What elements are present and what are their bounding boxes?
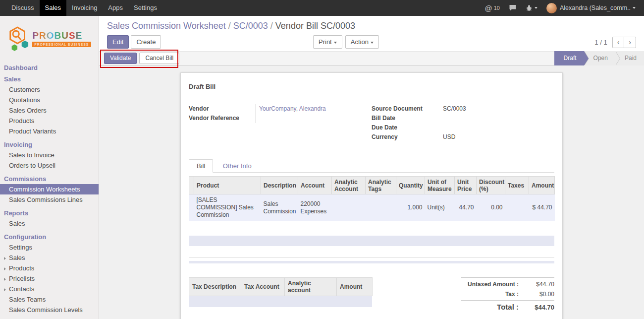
sidebar-heading-dashboard[interactable]: Dashboard <box>0 63 99 73</box>
sidebar-item-products[interactable]: Products <box>0 116 99 126</box>
due-date-value <box>443 123 554 132</box>
print-dropdown[interactable]: Print <box>313 35 342 49</box>
sidebar-item-sales-orders[interactable]: Sales Orders <box>0 105 99 116</box>
sidebar-item-contacts[interactable]: Contacts <box>0 284 99 294</box>
bill-line-row[interactable]: [SALES COMMISSION] Sales Commission Sale… <box>189 194 555 221</box>
cell-analytic-account <box>332 194 366 221</box>
sidebar-item-reports-sales[interactable]: Sales <box>0 218 99 229</box>
section-divider <box>189 257 554 258</box>
pager: 1 / 1 ‹ › <box>594 37 636 48</box>
sidebar-item-label: Products <box>9 264 34 272</box>
sidebar-heading-commissions[interactable]: Commissions <box>0 174 99 184</box>
action-dropdown[interactable]: Action <box>345 35 379 49</box>
sidebar-item-orders-to-upsell[interactable]: Orders to Upsell <box>0 160 99 171</box>
field-group: Vendor YourCompany, Alexandra Vendor Ref… <box>189 104 554 142</box>
bug-icon <box>526 4 533 11</box>
sidebar-item-customers[interactable]: Customers <box>0 84 99 95</box>
breadcrumb-sc0003-link[interactable]: SC/0003 <box>233 21 268 31</box>
menu-discuss[interactable]: Discuss <box>6 0 40 16</box>
breadcrumb-separator: / <box>268 21 275 31</box>
col-header-tax-description: Tax Description <box>189 278 241 296</box>
vendor-value-link[interactable]: YourCompany, Alexandra <box>255 104 372 114</box>
activity-menu-button[interactable]: @ 10 <box>480 0 504 16</box>
field-currency: Currency USD <box>372 132 554 142</box>
bill-form-sheet: Draft Bill Vendor YourCompany, Alexandra… <box>180 72 563 319</box>
tab-other-info[interactable]: Other Info <box>215 160 259 172</box>
sidebar-item-label: Pricelists <box>9 275 35 282</box>
pager-next-button[interactable]: › <box>624 37 636 48</box>
tax-section: Tax Description Tax Account Analytic acc… <box>189 277 373 313</box>
print-label: Print <box>319 38 332 46</box>
sidebar-heading-invoicing[interactable]: Invoicing <box>0 139 99 150</box>
menu-apps[interactable]: Apps <box>103 0 128 16</box>
cell-analytic-tags <box>366 194 396 221</box>
vendor-label: Vendor <box>189 104 255 114</box>
cell-account: 220000 Expenses <box>298 194 332 221</box>
edit-button[interactable]: Edit <box>107 35 129 49</box>
tab-bill[interactable]: Bill <box>189 159 213 173</box>
status-draft[interactable]: Draft <box>554 51 584 65</box>
sidebar-item-pricelists[interactable]: Pricelists <box>0 273 99 284</box>
probuse-logo: PROBUSE PROFESSIONAL BUSINESS <box>0 16 99 62</box>
tax-value: $0.00 <box>524 289 554 299</box>
tax-header-row: Tax Description Tax Account Analytic acc… <box>189 278 373 296</box>
activity-at-icon: @ <box>484 4 492 12</box>
brand-name: PROBUSE <box>32 30 91 41</box>
debug-menu-button[interactable] <box>521 0 542 16</box>
sidebar-item-sales-to-invoice[interactable]: Sales to Invoice <box>0 150 99 160</box>
create-button[interactable]: Create <box>131 35 161 49</box>
menu-settings[interactable]: Settings <box>128 0 162 16</box>
totals-block: Untaxed Amount : $44.70 Tax : $0.00 Tota… <box>461 277 554 313</box>
sidebar-item-sales-commission-levels[interactable]: Sales Commission Levels <box>0 305 99 315</box>
empty-tax-row <box>189 296 372 307</box>
currency-value: USD <box>443 132 554 142</box>
total-label: Total : <box>461 302 524 312</box>
pager-buttons: ‹ › <box>612 37 636 48</box>
empty-line-strip <box>189 261 554 263</box>
untaxed-amount-row: Untaxed Amount : $44.70 <box>461 279 554 289</box>
form-statusbar: Validate Cancel Bill Draft Open Paid <box>99 51 644 65</box>
col-header-quantity: Quantity <box>396 177 425 194</box>
sidebar-item-quotations[interactable]: Quotations <box>0 95 99 105</box>
sidebar-item-sales-commissions-lines[interactable]: Sales Commissions Lines <box>0 194 99 205</box>
sidebar-item-product-variants[interactable]: Product Variants <box>0 126 99 136</box>
messages-icon[interactable] <box>504 0 521 16</box>
source-document-value: SC/0003 <box>443 104 554 114</box>
sidebar-item-config-sales[interactable]: Sales <box>0 253 99 263</box>
cancel-bill-button[interactable]: Cancel Bill <box>139 53 179 64</box>
col-header-product: Product <box>194 177 261 194</box>
menu-sales[interactable]: Sales <box>40 0 67 16</box>
cell-description: Sales Commission <box>261 194 298 221</box>
sheet-title: Draft Bill <box>189 83 554 90</box>
cell-unit-of-measure: Unit(s) <box>425 194 455 221</box>
sidebar-item-commission-worksheets[interactable]: Commission Worksheets <box>0 184 99 194</box>
probuse-logo-text: PROBUSE PROFESSIONAL BUSINESS <box>32 30 91 47</box>
sidebar-item-config-products[interactable]: Products <box>0 263 99 273</box>
menu-invoicing[interactable]: Invoicing <box>66 0 103 16</box>
validate-button[interactable]: Validate <box>104 53 137 64</box>
sidebar-item-sales-teams[interactable]: Sales Teams <box>0 294 99 305</box>
row-handle-cell <box>189 194 194 221</box>
total-row: Total : $44.70 <box>461 300 554 313</box>
action-dropdowns: Print Action <box>313 35 379 49</box>
tax-label: Tax : <box>461 289 524 299</box>
breadcrumb-worksheet-link[interactable]: Sales Commission Worksheet <box>107 21 226 31</box>
pager-previous-button[interactable]: ‹ <box>612 37 625 48</box>
user-name: Alexandra (Sales_comm.. <box>560 4 631 11</box>
sidebar-heading-configuration[interactable]: Configuration <box>0 232 99 242</box>
sidebar-heading-sales[interactable]: Sales <box>0 74 99 84</box>
col-header-tax-analytic-account: Analytic account <box>285 278 337 296</box>
row-handle-column <box>189 177 194 194</box>
sidebar-heading-reports[interactable]: Reports <box>0 208 99 218</box>
currency-label: Currency <box>372 132 443 142</box>
top-navbar: Discuss Sales Invoicing Apps Settings @ … <box>0 0 644 16</box>
tax-row: Tax : $0.00 <box>461 289 554 299</box>
user-menu-button[interactable]: Alexandra (Sales_comm.. <box>542 0 640 16</box>
action-label: Action <box>351 38 369 46</box>
chevron-down-icon <box>535 7 537 9</box>
breadcrumb-separator: / <box>226 21 233 31</box>
col-header-discount: Discount (%) <box>477 177 505 194</box>
breadcrumb-current: Vendor Bill SC/0003 <box>275 21 355 31</box>
sidebar-item-settings[interactable]: Settings <box>0 242 99 253</box>
tax-and-totals-zone: Tax Description Tax Account Analytic acc… <box>189 277 554 313</box>
